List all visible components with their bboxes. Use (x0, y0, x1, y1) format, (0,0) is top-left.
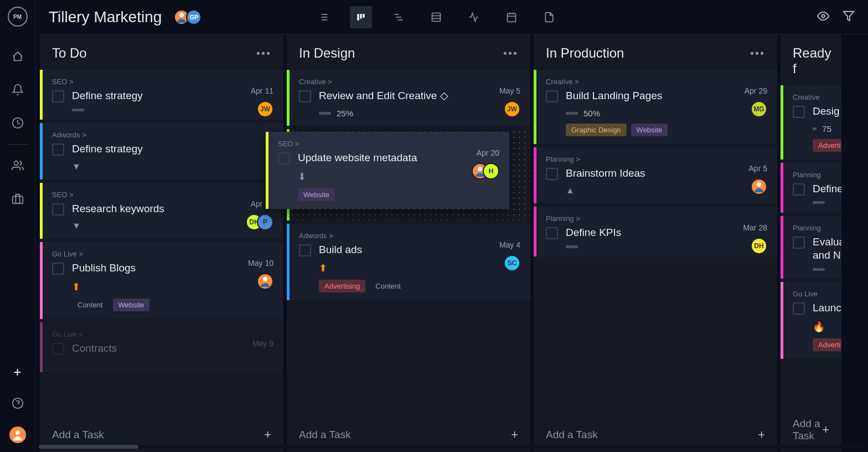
task-card[interactable]: Go Live > Publish Blogs May 10 ⬆ Content… (40, 242, 283, 319)
svg-point-1 (14, 161, 18, 165)
svg-point-27 (263, 277, 267, 281)
task-checkbox[interactable] (793, 237, 805, 249)
add-icon[interactable]: + (13, 364, 21, 380)
card-title: Research keywords (72, 202, 273, 216)
card-title: Launch (813, 301, 841, 315)
column-title: To Do (52, 45, 87, 61)
column-menu-icon[interactable]: ••• (256, 47, 271, 60)
task-checkbox[interactable] (793, 302, 805, 315)
column: In Production ••• Creative > Build Landi… (534, 34, 777, 452)
card-assignees[interactable]: DHP (246, 214, 273, 230)
help-icon[interactable] (7, 392, 29, 414)
column-title: Ready f (793, 45, 831, 76)
clock-icon[interactable] (7, 112, 29, 134)
task-checkbox[interactable] (52, 343, 64, 355)
card-date: May 5 (499, 86, 520, 95)
task-card[interactable]: Planning > Brainstorm Ideas Apr 5 ▲ (534, 147, 777, 204)
card-title: Update website metadata (298, 151, 499, 165)
card-title: Review and Edit Creative ◇ (319, 89, 520, 103)
files-view-icon[interactable] (538, 6, 560, 28)
task-card[interactable]: Planning Evalua and N (781, 216, 841, 279)
filter-icon[interactable] (843, 10, 855, 24)
horizontal-scrollbar[interactable] (39, 445, 864, 449)
task-card[interactable]: Go Live > Contracts May 9 (40, 322, 283, 372)
card-date: Apr 11 (251, 86, 273, 95)
activity-view-icon[interactable] (463, 6, 485, 28)
card-assignees[interactable]: JW (257, 101, 273, 117)
dragging-task-card[interactable]: SEO > Update website metadata Apr 20 H ⬇… (266, 132, 509, 209)
plus-icon: + (822, 423, 829, 437)
task-checkbox[interactable] (546, 227, 558, 239)
column-menu-icon[interactable]: ••• (503, 47, 518, 60)
task-card[interactable]: Creative Desig 75 Adverti (781, 85, 841, 160)
svg-point-29 (478, 167, 482, 171)
card-title: Define KPIs (566, 226, 767, 240)
task-checkbox[interactable] (52, 203, 64, 215)
card-assignees[interactable]: JW (504, 101, 520, 117)
briefcase-icon[interactable] (7, 188, 29, 210)
list-view-icon[interactable] (312, 6, 334, 28)
divider (7, 144, 29, 145)
task-checkbox[interactable] (546, 168, 558, 180)
task-card[interactable]: Creative > Build Landing Pages Apr 29 MG… (534, 70, 777, 144)
card-date: May 10 (248, 259, 273, 268)
task-checkbox[interactable] (546, 90, 558, 102)
card-assignees[interactable]: DH (751, 238, 767, 254)
task-card[interactable]: SEO > Define strategy Apr 11 JW (40, 70, 283, 120)
app-logo[interactable]: PM (8, 7, 28, 27)
card-assignees[interactable]: H (472, 163, 499, 179)
task-checkbox[interactable] (52, 90, 64, 102)
card-date: May 9 (252, 339, 273, 348)
sidebar: PM + (0, 0, 35, 452)
svg-rect-21 (508, 13, 516, 22)
column-title: In Production (546, 45, 624, 61)
task-checkbox[interactable] (793, 183, 805, 196)
visibility-icon[interactable] (817, 10, 829, 24)
user-avatar[interactable] (9, 427, 26, 443)
task-checkbox[interactable] (299, 90, 311, 102)
task-checkbox[interactable] (278, 152, 290, 165)
task-card[interactable]: SEO > Research keywords Apr 13 DHP ▼ (40, 183, 283, 239)
people-icon[interactable] (7, 155, 29, 177)
card-category: Go Live > (52, 250, 273, 258)
card-category: Planning (793, 224, 831, 232)
gantt-view-icon[interactable] (388, 6, 410, 28)
header: Tillery Marketing GP (35, 0, 868, 34)
view-tabs (312, 6, 560, 28)
task-card[interactable]: Adwords > Build ads May 4 SC ⬆ Advertisi… (287, 224, 530, 301)
card-title: Build ads (319, 243, 520, 257)
calendar-view-icon[interactable] (500, 6, 523, 28)
task-card[interactable]: Planning Define (781, 163, 841, 213)
task-card[interactable]: Adwords > Define strategy ▼ (40, 123, 283, 179)
task-card[interactable]: Go Live Launch 🔥 Adverti (781, 282, 841, 359)
task-card[interactable]: Planning > Define KPIs Mar 28 DH (534, 207, 777, 256)
task-checkbox[interactable] (299, 244, 311, 256)
card-date: Apr 5 (749, 164, 767, 173)
sheet-view-icon[interactable] (425, 6, 447, 28)
task-checkbox[interactable] (52, 143, 64, 156)
svg-point-28 (757, 182, 761, 187)
card-date: Mar 28 (743, 223, 767, 232)
task-card[interactable]: Creative > Review and Edit Creative ◇ Ma… (287, 70, 530, 126)
project-title: Tillery Marketing (49, 8, 162, 26)
card-category: Adwords > (52, 131, 273, 139)
card-assignees[interactable] (257, 273, 273, 290)
card-category: Go Live > (52, 330, 273, 338)
bell-icon[interactable] (7, 79, 29, 101)
home-icon[interactable] (7, 45, 29, 68)
svg-rect-2 (12, 196, 22, 203)
card-date: Apr 20 (477, 148, 499, 157)
task-checkbox[interactable] (793, 106, 805, 118)
svg-point-5 (179, 13, 184, 17)
column-menu-icon[interactable]: ••• (750, 47, 765, 60)
card-assignees[interactable] (751, 178, 767, 195)
card-assignees[interactable]: MG (751, 101, 767, 117)
column-title: In Design (299, 45, 355, 61)
board-view-icon[interactable] (350, 6, 372, 28)
card-assignees[interactable]: SC (504, 255, 520, 271)
header-avatars[interactable]: GP (174, 9, 202, 25)
card-category: Creative > (299, 78, 520, 86)
card-title: Contracts (72, 342, 273, 356)
svg-rect-12 (358, 14, 359, 20)
task-checkbox[interactable] (52, 263, 64, 275)
